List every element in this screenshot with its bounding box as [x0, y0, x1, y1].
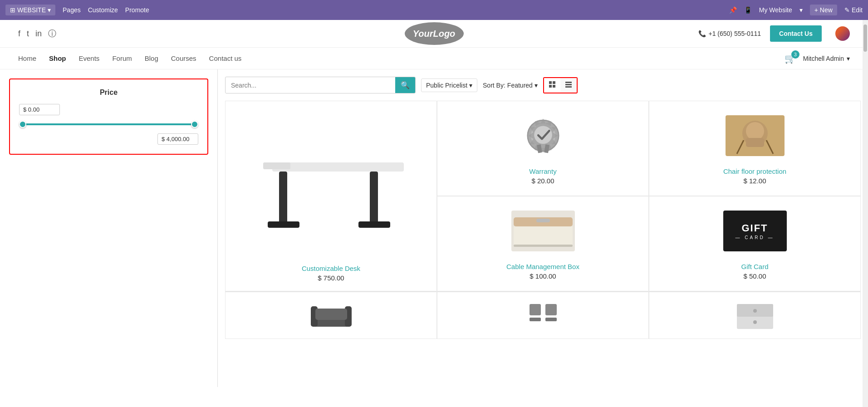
svg-rect-9 — [279, 172, 287, 226]
avatar[interactable] — [835, 26, 850, 41]
user-menu[interactable]: Mitchell Admin ▾ — [803, 55, 850, 62]
desk-image-area — [235, 110, 427, 260]
warranty-image-area — [445, 108, 641, 163]
admin-bar-left: ⊞ WEBSITE ▾ Pages Customize Promote — [5, 5, 149, 15]
gift-product-name[interactable]: Gift Card — [741, 263, 768, 270]
logo: YourLogo — [405, 22, 464, 45]
customize-link[interactable]: Customize — [88, 6, 118, 14]
user-name: Mitchell Admin — [803, 55, 844, 62]
admin-bar-right: 📌 📱 My Website ▾ + New ✎ Edit — [729, 5, 863, 15]
nav-forum[interactable]: Forum — [112, 54, 132, 62]
facebook-icon[interactable]: f — [18, 29, 20, 39]
cable-product-name[interactable]: Cable Management Box — [506, 263, 579, 270]
price-max-area — [19, 133, 198, 145]
nav-contact-us[interactable]: Contact us — [209, 54, 242, 62]
nav-home[interactable]: Home — [18, 54, 36, 62]
shop-toolbar: 🔍 Public Pricelist ▾ Sort By: Featured ▾ — [225, 77, 861, 93]
search-button[interactable]: 🔍 — [395, 77, 415, 93]
slider-thumb-right[interactable] — [191, 121, 198, 128]
svg-point-23 — [746, 122, 764, 140]
grid-view-button[interactable] — [544, 78, 560, 93]
cart-icon[interactable]: 🛒 3 — [785, 53, 796, 64]
twitter-icon[interactable]: t — [27, 29, 29, 39]
scrollbar[interactable] — [863, 20, 868, 387]
bottom-product-row — [225, 291, 861, 339]
svg-rect-1 — [553, 81, 555, 84]
nav-events[interactable]: Events — [79, 54, 100, 62]
site-header: f t in ⓘ YourLogo 📞 +1 (650) 555-0111 Co… — [0, 20, 868, 48]
warranty-product-name[interactable]: Warranty — [529, 167, 556, 175]
phone-text: +1 (650) 555-0111 — [709, 30, 761, 37]
svg-rect-11 — [268, 221, 299, 228]
chair-image-area — [657, 108, 853, 163]
warranty-product-price: $ 20.00 — [531, 177, 554, 185]
desk-product-name[interactable]: Customizable Desk — [302, 265, 360, 272]
price-inputs — [19, 104, 198, 115]
svg-rect-8 — [263, 162, 290, 169]
nav-courses[interactable]: Courses — [171, 54, 196, 62]
website-menu[interactable]: ⊞ WEBSITE ▾ — [5, 5, 55, 15]
chevron-down-icon: ▾ — [535, 82, 538, 89]
nav-blog[interactable]: Blog — [145, 54, 158, 62]
price-min-input[interactable] — [19, 104, 60, 115]
gift-product-price: $ 50.00 — [743, 272, 766, 280]
scrollbar-thumb[interactable] — [863, 25, 867, 52]
warranty-badge-svg — [523, 115, 564, 156]
price-filter-title: Price — [19, 88, 198, 97]
instagram-icon[interactable]: ⓘ — [48, 28, 56, 39]
pricelist-label: Public Pricelist — [426, 82, 467, 89]
sort-value: Featured — [507, 82, 533, 89]
sort-label: Sort By: — [483, 82, 505, 89]
sofa-svg — [309, 299, 354, 331]
cabinet-svg — [732, 299, 778, 331]
logo-text: YourLogo — [413, 29, 456, 39]
desk-svg — [254, 131, 408, 240]
slider-track — [19, 123, 198, 125]
pencil-icon: ✎ — [844, 6, 850, 14]
svg-rect-33 — [315, 309, 347, 320]
gift-card-text: GIFT — [741, 222, 768, 234]
nav-shop[interactable]: Shop — [49, 54, 66, 62]
list-view-button[interactable] — [560, 78, 577, 93]
svg-rect-24 — [746, 138, 764, 147]
gift-card-sub: — CARD — — [736, 235, 775, 240]
phone-number: 📞 +1 (650) 555-0111 — [698, 30, 761, 37]
new-label: New — [820, 6, 833, 14]
sidebar: Price — [0, 69, 218, 387]
pin-icon[interactable]: 📌 — [729, 6, 737, 14]
product-warranty: Warranty $ 20.00 — [437, 101, 649, 196]
pages-link[interactable]: Pages — [63, 6, 81, 14]
chevron-down-icon: ▾ — [469, 82, 472, 89]
linkedin-icon[interactable]: in — [35, 29, 42, 39]
desk-product-price: $ 750.00 — [318, 274, 344, 282]
svg-rect-34 — [530, 304, 541, 315]
search-input[interactable] — [226, 78, 395, 93]
mobile-icon[interactable]: 📱 — [744, 6, 752, 14]
svg-rect-6 — [565, 86, 572, 88]
my-website-label[interactable]: My Website — [759, 6, 792, 14]
svg-rect-5 — [565, 84, 572, 85]
cart-badge: 3 — [791, 50, 799, 59]
sort-selector[interactable]: Sort By: Featured ▾ — [483, 82, 538, 89]
chair-product-name[interactable]: Chair floor protection — [723, 167, 786, 175]
logo-area[interactable]: YourLogo — [405, 22, 464, 45]
promote-link[interactable]: Promote — [125, 6, 149, 14]
svg-rect-27 — [536, 219, 550, 222]
new-button[interactable]: + New — [810, 5, 837, 15]
price-max-input[interactable] — [157, 133, 198, 145]
cable-box-visual — [511, 211, 575, 251]
slider-thumb-left[interactable] — [19, 121, 26, 128]
search-box: 🔍 — [225, 77, 416, 93]
pricelist-selector[interactable]: Public Pricelist ▾ — [421, 78, 477, 92]
main-content: Price 🔍 Public Pricelist ▾ — [0, 69, 868, 387]
svg-rect-4 — [565, 82, 572, 83]
plus-icon: + — [814, 6, 818, 14]
bottom-product-1 — [225, 292, 437, 339]
product-gift-card: GIFT — CARD — Gift Card $ 50.00 — [649, 196, 861, 291]
contact-us-button[interactable]: Contact Us — [770, 25, 822, 42]
bottom-product-2 — [437, 292, 649, 339]
price-slider[interactable] — [19, 120, 198, 129]
gift-card-visual: GIFT — CARD — — [723, 211, 787, 251]
main-nav: Home Shop Events Forum Blog Courses Cont… — [0, 48, 868, 69]
edit-button[interactable]: ✎ Edit — [844, 6, 863, 14]
